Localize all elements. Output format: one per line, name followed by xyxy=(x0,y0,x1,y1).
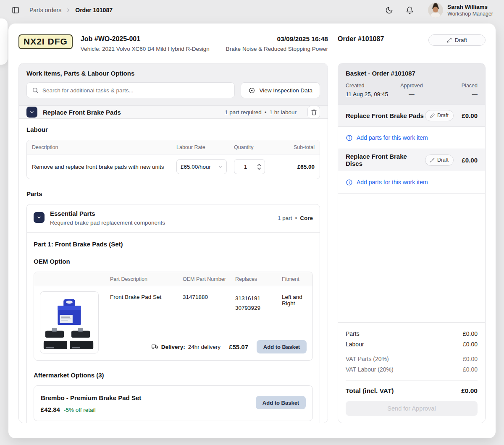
top-bar: Parts orders Order 101087 Sarah Williams… xyxy=(0,0,504,20)
oem-price: £55.07 xyxy=(229,343,248,351)
work-item-parts-summary: 1 part required xyxy=(225,109,262,115)
job-complaint: Brake Noise & Reduced Stopping Power xyxy=(226,46,328,52)
oem-part-number: 31471880 xyxy=(183,294,235,313)
breadcrumb: Parts orders Order 101087 xyxy=(29,7,113,13)
add-parts-link-row[interactable]: Add parts for this work item xyxy=(338,127,485,149)
work-items-panel: Work Items, Parts & Labour Options View … xyxy=(18,63,328,423)
oem-part-description: Front Brake Pad Set xyxy=(110,294,183,313)
sidebar-toggle-icon[interactable] xyxy=(11,5,20,15)
parts-group-count: 1 part xyxy=(278,215,292,221)
basket-item-status-label: Draft xyxy=(437,157,449,163)
totals-divider xyxy=(346,380,478,380)
parts-heading: Parts xyxy=(26,190,320,197)
vat-parts-label: VAT Parts (20%) xyxy=(346,356,389,362)
labour-description: Remove and replace front brake pads with… xyxy=(32,164,176,170)
add-parts-link[interactable]: Add parts for this work item xyxy=(357,179,428,186)
labour-subtotal: £65.00 xyxy=(276,164,315,170)
inspection-eye-icon xyxy=(248,87,255,94)
basket-item-status-label: Draft xyxy=(437,113,449,118)
parts-group-title: Essential Parts xyxy=(50,210,165,217)
basket-item-status-button[interactable]: Draft xyxy=(425,154,454,166)
trash-icon xyxy=(311,109,317,115)
basket-item-title: Replace Front Brake Pads xyxy=(346,112,424,119)
basket-item-status-button[interactable]: Draft xyxy=(425,110,454,121)
aftermarket-add-to-basket-button[interactable]: Add to Basket xyxy=(256,396,306,409)
labour-heading: Labour xyxy=(26,126,320,133)
collapse-work-item-chevron-icon[interactable] xyxy=(26,107,37,118)
notifications-bell-icon[interactable] xyxy=(402,4,418,17)
basket-created-label: Created xyxy=(346,83,390,89)
oem-col-part-number: OEM Part Number xyxy=(183,276,235,282)
labour-row: Remove and replace front brake pads with… xyxy=(27,154,320,179)
oem-option-table: Part Description OEM Part Number Replace… xyxy=(34,272,313,361)
parts-search-box xyxy=(26,82,235,98)
aftermarket-price: £42.84 xyxy=(41,406,60,413)
avatar xyxy=(428,3,443,18)
parts-group-subtitle: Required brake pad replacement component… xyxy=(50,220,165,226)
bullet-separator: • xyxy=(295,215,297,221)
vat-labour-label: VAT Labour (20%) xyxy=(346,366,394,373)
oem-col-fitment: Fitment xyxy=(282,276,312,282)
vehicle-registration-plate: NX2I DFG xyxy=(18,34,73,49)
pencil-icon xyxy=(447,38,452,43)
chevron-right-icon xyxy=(66,8,71,13)
breadcrumb-current: Order 101087 xyxy=(75,7,113,13)
basket-placed-label: Placed xyxy=(433,83,478,89)
pencil-icon xyxy=(430,158,435,162)
total-parts-value: £0.00 xyxy=(463,330,478,337)
order-status-draft-button[interactable]: Draft xyxy=(428,34,486,46)
send-for-approval-button[interactable]: Send for Approval xyxy=(346,401,478,416)
search-icon xyxy=(32,87,39,94)
aftermarket-discount: -5% off retail xyxy=(64,407,96,413)
background-card-edge xyxy=(0,18,8,65)
user-name: Sarah Williams xyxy=(447,4,493,10)
add-parts-link[interactable]: Add parts for this work item xyxy=(357,134,428,141)
part-product-image xyxy=(40,291,99,353)
work-item-labour-summary: 1 hr labour xyxy=(269,109,297,115)
oem-fitment: Left and Right xyxy=(282,294,307,313)
parts-group-tag: Core xyxy=(300,215,313,221)
basket-title: Basket - Order #101087 xyxy=(346,70,478,77)
labour-col-description: Description xyxy=(32,144,176,150)
labour-table: Description Labour Rate Quantity Sub-tot… xyxy=(26,140,320,179)
basket-item-amount: £0.00 xyxy=(458,157,478,164)
job-number: Job #WO-2025-001 xyxy=(81,35,210,43)
labour-rate-select[interactable]: £65.00/hour xyxy=(176,159,227,174)
delete-work-item-button[interactable] xyxy=(307,106,320,118)
basket-empty-space xyxy=(338,194,485,322)
vat-parts-value: £0.00 xyxy=(463,356,478,362)
basket-item-title: Replace Front Brake Discs xyxy=(346,153,425,167)
user-menu[interactable]: Sarah Williams Workshop Manager xyxy=(428,3,493,18)
view-inspection-data-button[interactable]: View Inspection Data xyxy=(241,82,320,98)
labour-quantity-stepper[interactable]: 1 xyxy=(234,159,265,174)
info-icon xyxy=(346,179,353,186)
labour-col-quantity: Quantity xyxy=(234,144,276,150)
delivery-truck-icon xyxy=(152,343,158,350)
search-input[interactable] xyxy=(42,87,229,94)
info-icon xyxy=(346,134,353,141)
essential-parts-card: Essential Parts Required brake pad repla… xyxy=(26,204,320,423)
aftermarket-title: Brembo - Premium Brake Pad Set xyxy=(41,394,141,401)
basket-item-amount: £0.00 xyxy=(458,112,478,119)
oem-add-to-basket-button[interactable]: Add to Basket xyxy=(257,340,307,353)
work-item-title: Replace Front Brake Pads xyxy=(43,109,121,116)
breadcrumb-parent[interactable]: Parts orders xyxy=(29,7,61,13)
dark-mode-moon-icon[interactable] xyxy=(381,4,397,17)
add-parts-link-row[interactable]: Add parts for this work item xyxy=(338,171,485,194)
vat-labour-value: £0.00 xyxy=(463,366,478,373)
oem-replaces-2: 30793929 xyxy=(235,304,282,313)
order-header: NX2I DFG Job #WO-2025-001 Vehicle: 2021 … xyxy=(18,34,486,52)
basket-approved-label: Approved xyxy=(390,83,434,89)
collapse-parts-group-chevron-icon[interactable] xyxy=(34,212,45,223)
order-status-label: Draft xyxy=(455,37,467,43)
aftermarket-heading: Aftermarket Options (3) xyxy=(34,372,313,379)
oem-col-description: Part Description xyxy=(110,276,183,282)
pencil-icon xyxy=(430,113,435,118)
labour-col-rate: Labour Rate xyxy=(176,144,234,150)
order-number: Order #101087 xyxy=(338,35,384,43)
order-page-card: NX2I DFG Job #WO-2025-001 Vehicle: 2021 … xyxy=(8,24,496,438)
basket-created-value: 11 Aug 25, 09:45 xyxy=(346,91,390,97)
basket-totals: Parts £0.00 Labour £0.00 VAT Parts (20%)… xyxy=(338,322,485,423)
work-panel-title: Work Items, Parts & Labour Options xyxy=(26,70,320,77)
user-role: Workshop Manager xyxy=(447,11,493,17)
